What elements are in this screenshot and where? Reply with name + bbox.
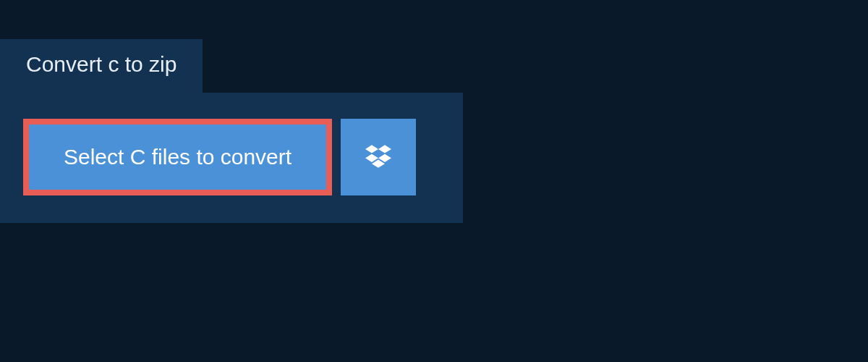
upload-panel: Select C files to convert — [0, 93, 463, 223]
dropbox-icon — [365, 143, 391, 172]
select-files-button[interactable]: Select C files to convert — [29, 125, 326, 190]
tab-label: Convert c to zip — [26, 52, 176, 76]
tab-bar: Convert c to zip — [0, 0, 868, 93]
select-button-highlight: Select C files to convert — [23, 119, 332, 195]
select-files-button-label: Select C files to convert — [64, 145, 292, 169]
dropbox-button[interactable] — [341, 119, 416, 195]
tab-convert-c-to-zip[interactable]: Convert c to zip — [0, 39, 203, 93]
